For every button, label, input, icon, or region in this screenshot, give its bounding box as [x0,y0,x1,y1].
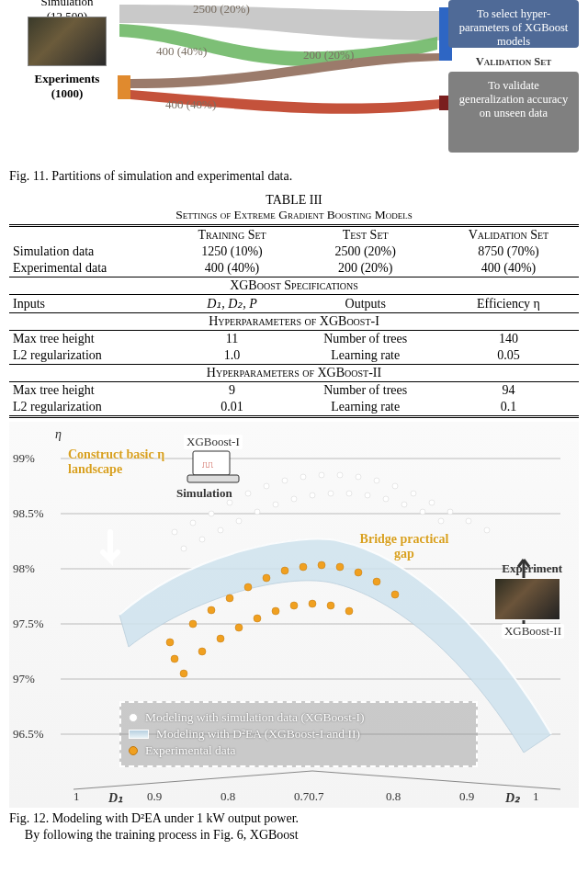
svg-line-68 [312,771,560,789]
cell: 1.0 [172,347,293,365]
svg-point-40 [420,509,425,515]
svg-point-39 [401,502,407,507]
cell: 0.01 [172,399,293,417]
svg-point-58 [272,607,279,615]
y-tick: 98% [13,561,35,576]
svg-point-32 [273,502,278,507]
svg-rect-0 [118,75,130,99]
experiment-photo [28,17,107,66]
inputs-l: Inputs [9,295,172,313]
svg-point-46 [263,574,270,582]
lbl: Number of trees [292,331,438,348]
flow-label-exp-train: 400 (40%) [156,44,207,59]
simulation-tag: Simulation [176,486,232,501]
svg-point-35 [328,491,334,496]
cell: 11 [172,331,293,348]
legend-item: Modeling with simulation data (XGBoost-I… [129,710,469,725]
svg-point-11 [209,511,214,516]
y-tick: 96.5% [13,727,44,742]
legend-text: Experimental data [145,743,236,758]
svg-point-26 [484,527,490,533]
svg-point-28 [199,537,205,542]
hyper1-head: Hyperparameters of XGBoost-I [9,313,579,331]
validation-set-box: To validate generalization accuracy on u… [448,72,579,153]
svg-point-29 [218,527,223,533]
svg-point-9 [172,529,177,535]
lbl: Max tree height [9,382,172,400]
cell: 400 (40%) [172,260,293,277]
svg-point-51 [355,569,362,576]
y-tick: 99% [13,451,35,466]
cell: 8750 (70%) [438,243,579,260]
cell: 200 (20%) [292,260,438,277]
lbl: Learning rate [292,347,438,365]
svg-point-54 [198,648,206,655]
svg-point-23 [429,500,435,505]
inputs-v: D₁, D₂, P [172,295,293,313]
experiments-label: Experiments (1000) [17,72,118,101]
col-train: Training Set [172,226,293,244]
outputs-v: Efficiency η [438,295,579,313]
x-tick: 0.70.7 [294,789,324,804]
xgb2-tag: XGBoost-II [502,624,564,639]
lbl: Number of trees [292,382,438,400]
svg-point-60 [309,600,316,607]
svg-point-50 [336,563,344,571]
svg-point-43 [208,606,215,614]
d2-label: D₂ [505,790,520,806]
fig12-chart: 99% 98.5% 98% 97.5% 97% 96.5% η 1 0.9 0.… [9,422,579,808]
sankey-diagram: Simulation (12,500) Experiments (1000) 2… [9,0,579,165]
svg-point-61 [327,602,334,609]
svg-point-33 [291,496,297,502]
svg-point-34 [310,493,315,498]
legend: Modeling with simulation data (XGBoost-I… [119,701,478,767]
y-tick: 97.5% [13,617,44,631]
svg-point-44 [226,595,233,602]
svg-point-45 [244,583,252,591]
legend-item: Experimental data [129,743,469,758]
fig12-caption: Fig. 12. Modeling with D²EA under 1 kW o… [9,811,579,826]
svg-point-41 [438,518,444,524]
row-sim-label: Simulation data [9,243,172,260]
svg-text:⎍⎍: ⎍⎍ [202,459,213,470]
svg-point-64 [180,670,187,677]
x-tick: 0.9 [147,789,162,804]
spec-head: XGBoost Specifications [9,277,579,295]
lbl: Learning rate [292,399,438,417]
cell: 94 [438,382,579,400]
outputs-l: Outputs [292,295,438,313]
svg-point-25 [466,518,471,524]
y-tick: 98.5% [13,506,44,521]
x-tick: 1 [74,789,80,804]
col-test: Test Set [292,226,438,244]
svg-point-21 [392,483,398,489]
x-tick: 0.8 [386,789,401,804]
cell: 0.1 [438,399,579,417]
d1-label: D₁ [108,790,123,806]
svg-point-30 [236,518,242,524]
xgb1-tag: XGBoost-I [184,435,243,449]
svg-point-62 [345,607,353,615]
cell: 0.05 [438,347,579,365]
svg-point-59 [290,602,298,609]
svg-point-52 [373,578,380,585]
col-val: Validation Set [438,226,579,244]
experiment-tag: Experiment [502,561,562,576]
validation-set-head: Validation Set [448,55,579,69]
cell: 9 [172,382,293,400]
svg-point-10 [190,520,196,526]
svg-point-38 [383,496,389,502]
table3-subtitle: Settings of Extreme Gradient Boosting Mo… [9,208,579,222]
lbl: L2 regularization [9,399,172,417]
svg-point-63 [171,655,178,662]
svg-point-19 [356,474,361,480]
svg-point-55 [217,635,224,642]
legend-marker-white-dot [129,713,138,722]
legend-marker-band [129,730,149,739]
svg-point-57 [254,615,261,622]
row-exp-label: Experimental data [9,260,172,277]
laptop-icon: ⎍⎍ [186,449,241,486]
svg-point-24 [447,509,453,515]
legend-text: Modeling with D²EA (XGBoost-I and II) [156,727,360,742]
svg-point-56 [235,624,243,631]
